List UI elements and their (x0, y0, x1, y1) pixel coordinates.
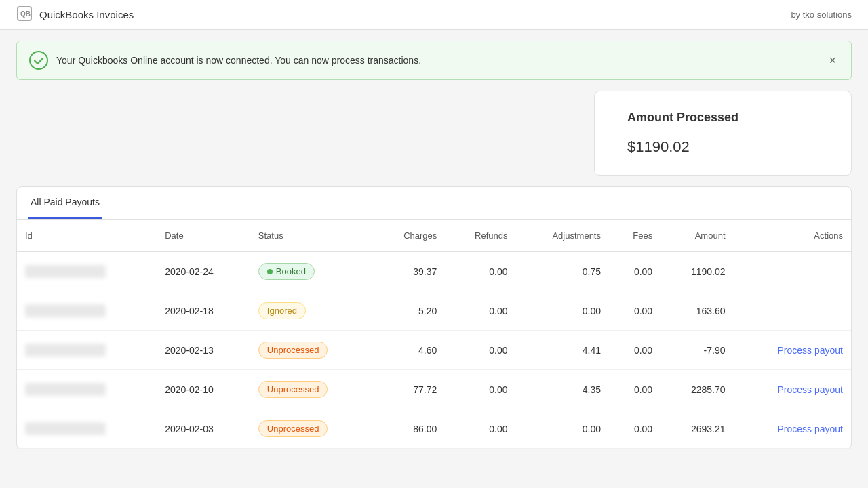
tab-all-paid-payouts[interactable]: All Paid Payouts (28, 187, 102, 219)
col-fees: Fees (609, 220, 660, 252)
cell-adjustments: 0.75 (516, 252, 610, 291)
amount-card-title: Amount Processed (627, 110, 818, 125)
col-id: Id (17, 220, 157, 252)
cell-actions[interactable]: Process payout (734, 370, 851, 409)
cell-charges: 39.37 (374, 252, 445, 291)
success-icon (29, 51, 48, 70)
cell-fees: 0.00 (609, 291, 660, 331)
col-amount: Amount (660, 220, 733, 252)
cell-amount: -7.90 (660, 331, 733, 370)
payouts-table: Id Date Status Charges Refunds Adjustmen… (17, 220, 851, 449)
cell-charges: 77.72 (374, 370, 445, 409)
app-logo-icon: QB (16, 5, 33, 24)
amount-card-value: $1190.02 (627, 138, 818, 156)
cell-status: Unprocessed (250, 370, 374, 409)
cell-status: Booked (250, 252, 374, 291)
table-row: po_1EzGT918842020-02-03Unprocessed86.000… (17, 409, 851, 449)
cell-charges: 86.00 (374, 409, 445, 449)
success-banner: Your Quickbooks Online account is now co… (16, 41, 852, 80)
cell-date: 2020-02-10 (157, 370, 250, 409)
table-row: po_1F2TG918842020-02-10Unprocessed77.720… (17, 370, 851, 409)
cell-date: 2020-02-24 (157, 252, 250, 291)
cell-fees: 0.00 (609, 252, 660, 291)
banner-message: Your Quickbooks Online account is now co… (56, 55, 818, 66)
process-payout-button[interactable]: Process payout (778, 384, 844, 395)
cell-charges: 4.60 (374, 331, 445, 370)
table-body: po_1G6S7J18842020-02-24Booked39.370.000.… (17, 252, 851, 449)
col-actions: Actions (734, 220, 851, 252)
col-date: Date (157, 220, 250, 252)
cell-id: po_1F2TG91884 (17, 370, 157, 409)
cell-date: 2020-02-03 (157, 409, 250, 449)
cell-status: Unprocessed (250, 331, 374, 370)
cell-refunds: 0.00 (445, 331, 515, 370)
svg-point-2 (30, 52, 47, 69)
table-row: po_1FsT8G22442020-02-18Ignored5.200.000.… (17, 291, 851, 331)
cell-actions[interactable]: Process payout (734, 331, 851, 370)
table-row: po_1Fa291G8842020-02-13Unprocessed4.600.… (17, 331, 851, 370)
banner-close-button[interactable]: × (826, 54, 839, 68)
amount-processed-card: Amount Processed $1190.02 (594, 91, 852, 176)
cell-status: Unprocessed (250, 409, 374, 449)
header-left: QB QuickBooks Invoices (16, 5, 134, 24)
cell-amount: 1190.02 (660, 252, 733, 291)
cell-id: po_1FsT8G2244 (17, 291, 157, 331)
col-charges: Charges (374, 220, 445, 252)
tab-bar: All Paid Payouts (17, 187, 851, 220)
col-refunds: Refunds (445, 220, 515, 252)
cell-amount: 2285.70 (660, 370, 733, 409)
table-row: po_1G6S7J18842020-02-24Booked39.370.000.… (17, 252, 851, 291)
cell-date: 2020-02-13 (157, 331, 250, 370)
cell-actions (734, 291, 851, 331)
card-container: Amount Processed $1190.02 (0, 91, 868, 176)
header-byline: by tko solutions (791, 9, 852, 20)
cell-refunds: 0.00 (445, 291, 515, 331)
svg-text:QB: QB (20, 10, 31, 18)
cell-id: po_1Fa291G884 (17, 331, 157, 370)
col-adjustments: Adjustments (516, 220, 610, 252)
col-status: Status (250, 220, 374, 252)
payouts-table-section: All Paid Payouts Id Date Status Charges … (16, 186, 852, 449)
cell-refunds: 0.00 (445, 409, 515, 449)
booked-dot-icon (267, 269, 273, 274)
process-payout-button[interactable]: Process payout (778, 424, 844, 434)
cell-charges: 5.20 (374, 291, 445, 331)
cell-fees: 0.00 (609, 370, 660, 409)
cell-id: po_1EzGT91884 (17, 409, 157, 449)
cell-amount: 163.60 (660, 291, 733, 331)
cell-id: po_1G6S7J1884 (17, 252, 157, 291)
app-title: QuickBooks Invoices (39, 9, 134, 20)
app-header: QB QuickBooks Invoices by tko solutions (0, 0, 868, 30)
cell-amount: 2693.21 (660, 409, 733, 449)
cell-adjustments: 4.41 (516, 331, 610, 370)
cell-adjustments: 0.00 (516, 291, 610, 331)
process-payout-button[interactable]: Process payout (778, 345, 844, 356)
cell-refunds: 0.00 (445, 370, 515, 409)
cell-actions (734, 252, 851, 291)
cell-actions[interactable]: Process payout (734, 409, 851, 449)
cell-date: 2020-02-18 (157, 291, 250, 331)
cell-fees: 0.00 (609, 331, 660, 370)
cell-adjustments: 0.00 (516, 409, 610, 449)
cell-refunds: 0.00 (445, 252, 515, 291)
cell-fees: 0.00 (609, 409, 660, 449)
cell-status: Ignored (250, 291, 374, 331)
table-header: Id Date Status Charges Refunds Adjustmen… (17, 220, 851, 252)
cell-adjustments: 4.35 (516, 370, 610, 409)
